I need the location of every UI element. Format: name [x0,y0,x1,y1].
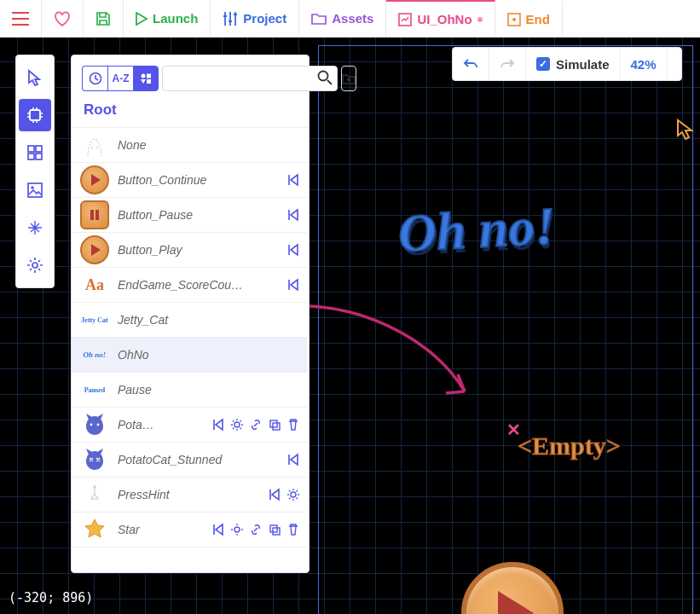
select-tool[interactable] [19,61,51,94]
skip-start-icon[interactable] [286,453,300,466]
tab-end[interactable]: End [495,0,563,37]
search-wrap [162,66,338,91]
list-item[interactable]: Oh no! OhNo [72,338,307,373]
undo-button[interactable] [453,48,489,80]
thumb-cat-icon [80,410,109,439]
svg-rect-29 [273,528,280,535]
skip-start-icon[interactable] [286,173,300,187]
sort-recent-button[interactable] [82,66,107,91]
link-icon[interactable] [249,418,263,432]
svg-point-12 [142,74,146,78]
checkbox-checked-icon: ✓ [536,57,550,71]
project-label: Project [243,11,286,26]
list-item[interactable]: Aa EndGame_ScoreCou… [72,268,307,303]
coordinates-readout: (-320; 896) [9,590,93,605]
settings-tool[interactable] [19,249,51,281]
sort-alpha-button[interactable]: A-Z [107,66,133,91]
sparkle-icon [26,219,43,236]
list-item[interactable]: Button_Pause [72,198,307,233]
link-icon[interactable] [249,523,263,536]
zoom-more-button[interactable] [668,48,681,80]
sun-icon[interactable] [286,488,300,501]
list-item[interactable]: Jetty Cat Jetty_Cat [72,303,307,338]
new-asset-button[interactable] [341,66,356,91]
undo-icon [463,57,478,71]
thumb-star-icon [80,515,109,544]
simulate-toggle[interactable]: ✓ Simulate [526,48,621,80]
save-button[interactable] [84,0,124,37]
search-input[interactable] [162,66,338,91]
cursor-icon [27,69,43,86]
skip-start-icon[interactable] [286,278,300,292]
list-item[interactable]: Button_Play [72,233,307,268]
svg-rect-6 [28,154,34,159]
copy-icon[interactable] [268,418,281,432]
list-item[interactable]: Pota… [72,408,307,443]
list-item-label: PotatoCat_Stunned [118,453,278,466]
list-item[interactable]: Star [72,513,307,547]
svg-point-10 [32,263,38,268]
sort-type-button[interactable] [133,66,159,91]
zoom-readout[interactable]: 42% [621,48,668,80]
svg-point-16 [91,147,93,148]
project-button[interactable]: Project [211,0,299,37]
thumb-cat-icon [80,445,109,474]
image-icon [27,182,43,198]
redo-button[interactable] [489,48,526,80]
thumb-jettycat-icon: Jetty Cat [80,305,109,334]
svg-point-22 [234,422,240,427]
svg-rect-19 [95,210,99,220]
panel-header: A-Z [72,55,309,96]
copy-icon[interactable] [268,523,281,536]
chip-icon [27,107,43,123]
skip-start-icon[interactable] [211,418,225,432]
trash-icon[interactable] [286,523,300,536]
asset-list[interactable]: None Button_Continue Button_Pause Button… [72,127,309,572]
thumb-text-icon: Aa [80,270,109,299]
tiles-tool[interactable] [19,136,51,169]
skip-start-icon[interactable] [286,243,300,257]
effects-tool[interactable] [19,211,51,244]
favorite-button[interactable] [42,0,84,37]
room-frame [318,45,693,614]
list-item[interactable]: Paused Pause [72,373,307,408]
svg-rect-7 [36,154,42,159]
asset-panel: A-Z Root None Button_Continue [71,55,310,573]
list-item[interactable]: PotatoCat_Stunned [72,443,307,478]
svg-point-15 [319,72,328,81]
svg-rect-3 [30,110,40,120]
gear-icon [26,257,43,274]
list-item-label: Button_Pause [118,208,278,222]
empty-placeholder-text[interactable]: <Empty> [518,432,621,460]
add-copy-tool[interactable] [19,99,51,131]
launch-label: Launch [153,11,198,26]
tab-label: UI_OhNo [417,12,471,26]
tab-ui-ohno[interactable]: UI_OhNo [386,0,495,37]
trash-icon[interactable] [286,418,300,432]
list-item[interactable]: Button_Continue [72,163,307,198]
backgrounds-tool[interactable] [19,174,51,206]
sun-icon[interactable] [230,523,244,536]
svg-rect-5 [36,146,42,152]
stage-cursor-icon [676,119,695,141]
list-item-label: PressHint [118,488,259,501]
thumb-pause-icon [80,200,109,229]
list-item[interactable]: PressHint [72,478,307,513]
room-icon [398,13,412,26]
thumb-play-icon [80,235,109,264]
skip-start-icon[interactable] [211,523,225,536]
launch-button[interactable]: Launch [124,0,211,37]
list-item[interactable]: None [72,128,307,163]
assets-button[interactable]: Assets [299,0,386,37]
sun-icon[interactable] [230,418,244,432]
simulate-label: Simulate [556,57,610,72]
skip-start-icon[interactable] [268,488,281,501]
svg-point-9 [31,186,34,189]
stage-title-text[interactable]: Oh no! [396,195,557,264]
play-icon [136,12,148,26]
thumb-paused-icon: Paused [80,375,109,404]
menu-button[interactable] [0,0,42,37]
root-node[interactable]: Root [72,96,309,127]
search-icon [317,70,333,85]
skip-start-icon[interactable] [286,208,300,222]
